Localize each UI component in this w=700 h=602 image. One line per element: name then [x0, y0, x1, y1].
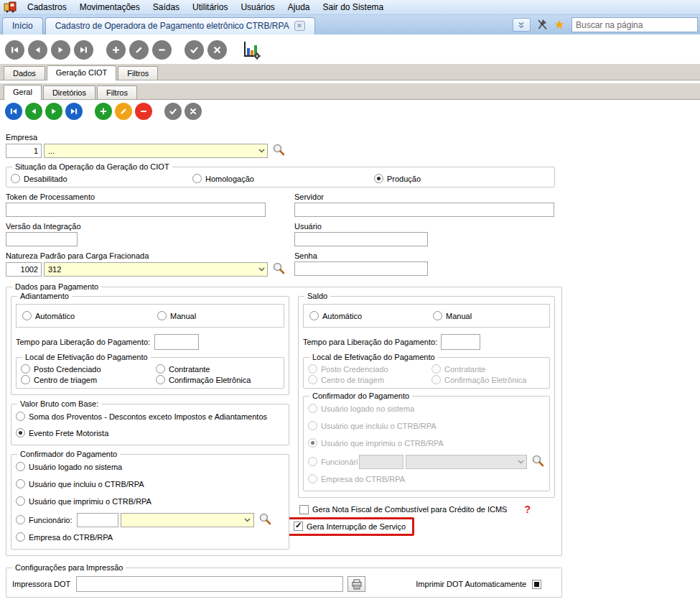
radio-centro-triagem[interactable]: Centro de triagem: [21, 375, 156, 384]
checkbox-gera-nota-icms[interactable]: Gera Nota Fiscal de Combustível para Cré…: [299, 505, 507, 514]
local-efetivacao-title: Local de Efetivação do Pagamento: [22, 353, 151, 361]
natureza-combo[interactable]: 312: [44, 262, 268, 277]
radio-posto-credenciado[interactable]: Posto Credenciado: [21, 364, 156, 374]
delete-button-inner[interactable]: [135, 103, 152, 120]
menu-sair[interactable]: Sair do Sistema: [317, 1, 391, 14]
report-chart-button[interactable]: [240, 40, 263, 60]
tab-diretorios-label: Diretórios: [52, 88, 86, 97]
radio-evento-frete[interactable]: Evento Frete Motorista: [16, 428, 108, 437]
radio-desabilitado[interactable]: Desabilitado: [11, 174, 192, 183]
icms-checkbox-row: Gera Nota Fiscal de Combustível para Cré…: [299, 504, 554, 515]
radio-producao[interactable]: Produção: [374, 174, 421, 183]
radio-contratante[interactable]: Contratante: [156, 364, 210, 374]
tab-diretorios[interactable]: Diretórios: [43, 85, 95, 99]
checkbox-imprimir-dot-auto[interactable]: [532, 580, 541, 589]
first-record-button[interactable]: [5, 40, 24, 60]
empresa-code-input[interactable]: [6, 144, 42, 158]
senha-label: Senha: [294, 251, 554, 260]
natureza-code-input[interactable]: [6, 262, 42, 277]
menu-ajuda[interactable]: Ajuda: [281, 1, 317, 14]
tab-filtros-outer[interactable]: Filtros: [118, 66, 158, 80]
search-magnifier-icon[interactable]: [272, 261, 286, 277]
radio-usuario-imprimiu[interactable]: Usuário que imprimiu o CTRB/RPA: [16, 496, 151, 506]
menu-usuarios[interactable]: Usuários: [234, 1, 281, 14]
radio-saldo-confirmacao: Confirmação Eletrônica: [431, 375, 526, 384]
impressora-dot-input[interactable]: [76, 576, 343, 592]
pin-slash-icon[interactable]: [537, 19, 548, 32]
help-question-icon[interactable]: ?: [524, 504, 531, 515]
first-record-icon: [10, 45, 19, 55]
last-record-button-inner[interactable]: [65, 103, 83, 120]
confirm-button[interactable]: [185, 40, 204, 60]
funcionario-code-input[interactable]: [77, 513, 118, 527]
dropdown-arrow-icon[interactable]: [256, 263, 267, 276]
radio-saldo-usuario-logado: Usuário logado no sistema: [308, 404, 414, 413]
add-record-button[interactable]: [106, 40, 126, 60]
search-magnifier-icon[interactable]: [258, 512, 272, 527]
radio-saldo-automatico[interactable]: Automático: [309, 311, 433, 320]
radio-homologacao[interactable]: Homologação: [192, 174, 374, 183]
menu-utilitarios[interactable]: Utilitários: [186, 1, 234, 14]
radio-saldo-usuario-imprimiu: Usuário que imprimiu o CTRB/RPA: [308, 438, 444, 448]
dropdown-arrow-icon[interactable]: [242, 514, 253, 527]
token-input[interactable]: [6, 203, 266, 217]
conta-corrente-col: Conta Corrente: [293, 598, 562, 602]
radio-saldo-manual[interactable]: Manual: [433, 311, 472, 320]
tab-filtros-inner[interactable]: Filtros: [97, 85, 137, 99]
situacao-groupbox: Situação da Operação da Geração do CIOT …: [6, 167, 555, 187]
radio-adiant-manual[interactable]: Manual: [157, 311, 196, 320]
empresa-combo[interactable]: ...: [44, 144, 268, 158]
app-truck-icon: [4, 1, 18, 13]
close-icon[interactable]: ✕: [294, 21, 305, 31]
add-button-inner[interactable]: [95, 103, 112, 120]
first-record-button-inner[interactable]: [5, 103, 22, 120]
next-record-button-inner[interactable]: [45, 103, 62, 120]
radio-soma-proventos[interactable]: Soma dos Proventos - Descontos exceto Im…: [16, 412, 267, 421]
radio-empresa-ctrb[interactable]: Empresa do CTRB/RPA: [16, 532, 113, 542]
tab-dados[interactable]: Dados: [4, 66, 45, 80]
radio-usuario-incluiu[interactable]: Usuário que incluiu o CTRB/RPA: [16, 479, 144, 488]
radio-confirmacao-eletronica[interactable]: Confirmação Eletrônica: [156, 375, 251, 384]
outer-tabs: Dados Geração CIOT Filtros: [0, 64, 700, 80]
menu-cadastros[interactable]: Cadastros: [21, 1, 73, 14]
pagamento-left-col: Adiantamento Automático Manual Tempo par…: [11, 296, 289, 550]
usuario-input[interactable]: [294, 232, 428, 246]
radio-adiant-automatico[interactable]: Automático: [22, 311, 157, 320]
tab-geracao-ciot[interactable]: Geração CIOT: [47, 65, 117, 80]
saldo-funcionario-code-input: [359, 455, 403, 469]
servidor-input[interactable]: [294, 203, 554, 217]
favorite-star-icon[interactable]: ★: [554, 19, 565, 31]
versao-input[interactable]: [6, 232, 78, 246]
search-magnifier-icon[interactable]: [531, 454, 545, 469]
search-input[interactable]: [571, 17, 698, 32]
next-record-button[interactable]: [51, 40, 70, 60]
edit-record-button[interactable]: [129, 40, 149, 60]
checkbox-gera-interrupcao[interactable]: Gera Interrupção de Serviço: [294, 522, 406, 531]
chevron-down-icon[interactable]: [513, 18, 531, 32]
empresa-combo-value: ...: [45, 147, 256, 155]
last-record-button[interactable]: [74, 40, 93, 60]
saldo-local-title: Local de Efetivação do Pagamento: [309, 353, 438, 361]
dropdown-arrow-icon[interactable]: [256, 144, 267, 157]
cancel-button-inner[interactable]: [185, 103, 202, 120]
tab-cadastro-operadora[interactable]: Cadastro de Operadora de Pagamento eletr…: [45, 17, 315, 34]
edit-button-inner[interactable]: [115, 103, 132, 120]
radio-funcionario[interactable]: Funcionário:: [16, 515, 73, 524]
radio-usuario-logado[interactable]: Usuário logado no sistema: [16, 462, 122, 471]
tab-geral[interactable]: Geral: [4, 85, 42, 100]
prev-record-button-inner[interactable]: [25, 103, 42, 120]
delete-record-button[interactable]: [152, 40, 172, 60]
record-toolbar-inner: [0, 100, 700, 124]
funcionario-combo[interactable]: [121, 513, 254, 527]
cancel-button[interactable]: [207, 40, 227, 60]
printer-button[interactable]: [347, 576, 365, 592]
saldo-tempo-input[interactable]: [441, 334, 480, 350]
prev-record-button[interactable]: [28, 40, 47, 60]
tempo-liberacao-input[interactable]: [154, 334, 199, 350]
menu-movimentacoes[interactable]: Movimentações: [73, 1, 146, 14]
senha-input[interactable]: [294, 261, 428, 276]
search-magnifier-icon[interactable]: [272, 143, 286, 158]
tab-inicio[interactable]: Início: [2, 17, 43, 34]
menu-saidas[interactable]: Saídas: [146, 1, 186, 14]
confirm-button-inner[interactable]: [164, 103, 182, 120]
